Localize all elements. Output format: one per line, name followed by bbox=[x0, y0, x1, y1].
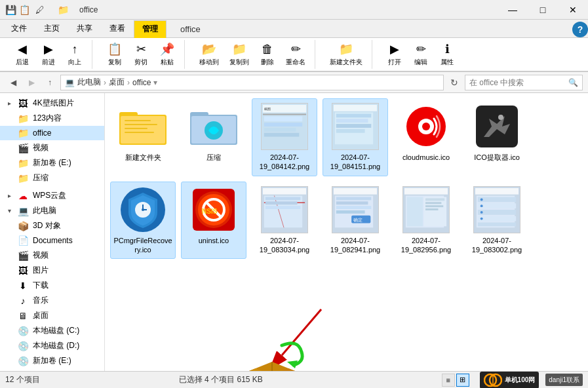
ribbon-up-btn[interactable]: ↑向上 bbox=[63, 41, 87, 68]
file-item-png3[interactable]: 2024-07-19_083034.png bbox=[252, 182, 317, 260]
file-item-png6[interactable]: 2024-07-19_083002.png bbox=[464, 182, 530, 260]
sidebar-item-downloads[interactable]: ⬇ 下载 bbox=[0, 278, 104, 293]
sidebar-item-office[interactable]: 📁 office bbox=[0, 126, 104, 140]
sidebar-item-videos[interactable]: 🎬 视频 bbox=[0, 140, 104, 155]
sidebar-label-office: office bbox=[33, 128, 51, 138]
sidebar-item-compress[interactable]: 📁 压缩 bbox=[0, 170, 104, 185]
sidebar-item-desktop[interactable]: 🖥 桌面 bbox=[0, 308, 104, 323]
ribbon-prop-btn[interactable]: ℹ属性 bbox=[435, 41, 459, 68]
svg-rect-67 bbox=[425, 208, 438, 210]
documents-icon: 📄 bbox=[17, 235, 29, 246]
ribbon-forward-btn[interactable]: ▶前进 bbox=[37, 41, 60, 68]
newvol-e-icon: 📁 bbox=[17, 158, 29, 168]
file-item-cloudmusic[interactable]: cloudmusic.ico bbox=[393, 98, 459, 176]
thumb-png6 bbox=[473, 186, 520, 233]
svg-rect-53 bbox=[336, 197, 371, 200]
up-button[interactable]: ↑ bbox=[42, 75, 58, 90]
tab-file[interactable]: 文件 bbox=[3, 20, 35, 37]
ribbon-section-open: ▶打开 ✏编辑 ℹ属性 bbox=[378, 40, 464, 69]
ribbon-open-btn[interactable]: ▶打开 bbox=[383, 41, 406, 68]
sidebar-label-downloads: 下载 bbox=[33, 280, 49, 291]
ribbon-move-btn[interactable]: 📂移动到 bbox=[195, 41, 223, 68]
sidebar-item-3d[interactable]: 📦 3D 对象 bbox=[0, 218, 104, 233]
list-view-btn[interactable]: ≡ bbox=[442, 374, 455, 387]
sidebar-item-video2[interactable]: 🎬 视频 bbox=[0, 248, 104, 263]
file-item-compress[interactable]: 压缩 bbox=[181, 98, 246, 176]
sidebar-item-documents[interactable]: 📄 Documents bbox=[0, 233, 104, 248]
file-label-compress: 压缩 bbox=[206, 153, 221, 162]
sidebar-item-123[interactable]: 📁 123内容 bbox=[0, 111, 104, 126]
file-item-newdir[interactable]: 新建文件夹 bbox=[110, 98, 176, 176]
search-box[interactable]: 🔍 bbox=[465, 75, 583, 90]
tab-pictools[interactable]: office bbox=[167, 21, 209, 37]
breadcrumb-desktop[interactable]: 桌面 bbox=[109, 77, 125, 88]
address-path[interactable]: 💻 此电脑 › 桌面 › office ▾ bbox=[60, 75, 444, 90]
tab-view[interactable]: 查看 bbox=[101, 20, 134, 37]
minimize-button[interactable]: — bbox=[498, 0, 528, 20]
grid-view-btn[interactable]: ⊞ bbox=[456, 374, 469, 387]
ribbon-section-new: 📁新建文件夹 bbox=[321, 40, 372, 69]
search-input[interactable] bbox=[469, 78, 566, 87]
svg-rect-54 bbox=[336, 201, 368, 204]
sidebar-item-newvol-e2[interactable]: 💿 新加卷 (E:) bbox=[0, 353, 104, 368]
ribbon-back-btn[interactable]: ◀后退 bbox=[10, 41, 34, 68]
ribbon-paste-btn[interactable]: 📌粘贴 bbox=[155, 41, 179, 68]
file-item-png5[interactable]: 2024-07-19_082956.png bbox=[393, 182, 459, 260]
svg-rect-14 bbox=[264, 116, 302, 121]
maximize-button[interactable]: □ bbox=[528, 0, 558, 20]
svg-rect-60 bbox=[404, 188, 448, 195]
sidebar-item-pictures[interactable]: 🖼 图片 bbox=[0, 263, 104, 278]
sidebar-item-localc[interactable]: 💿 本地磁盘 (C:) bbox=[0, 323, 104, 338]
file-item-pcmgr[interactable]: PCmgrFileRecovery.ico bbox=[110, 182, 176, 260]
file-label-newdir: 新建文件夹 bbox=[125, 153, 161, 162]
forward-button[interactable]: ▶ bbox=[24, 75, 39, 90]
sidebar-label-desktop: 桌面 bbox=[33, 310, 49, 321]
help-button[interactable]: ? bbox=[572, 22, 588, 37]
ribbon-edit-btn[interactable]: ✏编辑 bbox=[409, 41, 433, 68]
back-button[interactable]: ◀ bbox=[5, 75, 21, 90]
svg-rect-56 bbox=[336, 210, 365, 214]
svg-point-78 bbox=[480, 211, 483, 214]
ribbon-copyto-btn[interactable]: 📁复制到 bbox=[225, 41, 253, 68]
file-item-png2[interactable]: 2024-07-19_084151.png bbox=[323, 98, 388, 176]
refresh-button[interactable]: ↻ bbox=[446, 75, 462, 90]
folder-123-icon: 📁 bbox=[17, 113, 29, 124]
ribbon-newfolder-btn[interactable]: 📁新建文件夹 bbox=[326, 41, 366, 68]
tab-share[interactable]: 共享 bbox=[68, 20, 101, 37]
sidebar-item-music[interactable]: ♪ 音乐 bbox=[0, 293, 104, 308]
ribbon-cut-btn[interactable]: ✂剪切 bbox=[129, 41, 153, 68]
svg-rect-47 bbox=[265, 197, 300, 200]
file-item-png1[interactable]: 截图 2024-07-19_084142.png bbox=[252, 98, 317, 176]
sidebar-label-locald: 本地磁盘 (D:) bbox=[33, 340, 79, 351]
svg-rect-4 bbox=[125, 124, 157, 125]
sidebar-item-newvol-e[interactable]: 📁 新加卷 (E:) bbox=[0, 155, 104, 170]
ribbon-delete-btn[interactable]: 🗑删除 bbox=[256, 41, 279, 68]
sidebar-item-wallpaper[interactable]: ▸ 🖼 4K壁纸图片 bbox=[0, 96, 104, 111]
tab-manage[interactable]: 管理 bbox=[134, 20, 167, 38]
sidebar-item-thispc[interactable]: ▾ 💻 此电脑 bbox=[0, 203, 104, 218]
sidebar-item-locald[interactable]: 💿 本地磁盘 (D:) bbox=[0, 338, 104, 353]
file-view[interactable]: 新建文件夹 压缩 bbox=[105, 93, 588, 371]
file-item-uninst[interactable]: NSIS uninst.ico bbox=[181, 182, 246, 260]
file-label-png6: 2024-07-19_083002.png bbox=[467, 236, 526, 255]
file-item-png4[interactable]: 确定 2024-07-19_082941.png bbox=[323, 182, 388, 260]
folder-thumb-newdir bbox=[119, 103, 167, 150]
video-icon: 🎬 bbox=[17, 143, 29, 153]
sidebar-item-wps[interactable]: ▸ ☁ WPS云盘 bbox=[0, 188, 104, 203]
svg-rect-16 bbox=[264, 128, 296, 132]
sidebar: ▸ 🖼 4K壁纸图片 📁 123内容 📁 office 🎬 视频 📁 新加卷 (… bbox=[0, 93, 105, 371]
thumb-png5 bbox=[402, 186, 450, 233]
close-button[interactable]: ✕ bbox=[558, 0, 588, 20]
ribbon-rename-btn[interactable]: ✏重命名 bbox=[282, 41, 309, 68]
file-item-icoextract[interactable]: ICO提取器.ico bbox=[464, 98, 530, 176]
wallpaper-icon: 🖼 bbox=[17, 98, 29, 109]
tab-home[interactable]: 主页 bbox=[35, 20, 68, 37]
breadcrumb-pc[interactable]: 此电脑 bbox=[77, 77, 101, 88]
breadcrumb-office[interactable]: office bbox=[132, 78, 151, 87]
wps-icon: ☁ bbox=[17, 191, 29, 201]
thumb-pcmgr bbox=[119, 186, 167, 233]
svg-marker-85 bbox=[239, 368, 272, 371]
desktop-icon: 🖥 bbox=[17, 311, 29, 321]
sidebar-label-newvol-e2: 新加卷 (E:) bbox=[33, 355, 71, 366]
ribbon-copy-btn[interactable]: 📋复制 bbox=[103, 41, 127, 68]
